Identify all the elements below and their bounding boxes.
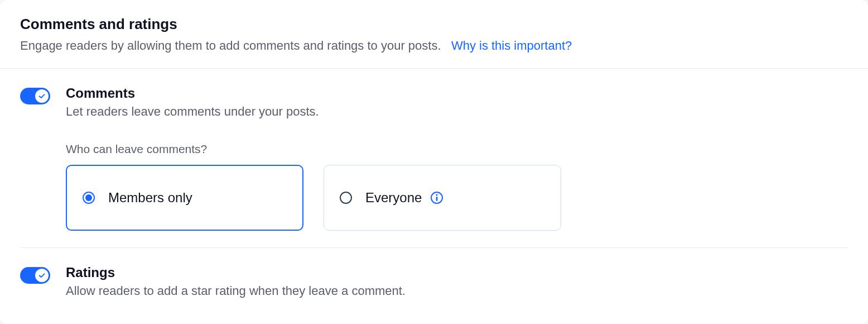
toggle-knob xyxy=(35,89,49,103)
who-can-comment-options: Members only Everyone xyxy=(66,165,848,231)
section-subtitle-text: Engage readers by allowing them to add c… xyxy=(20,39,441,53)
comments-body: Comments Let readers leave comments unde… xyxy=(66,85,848,231)
check-icon xyxy=(38,271,46,279)
comments-title: Comments xyxy=(66,85,848,101)
radio-selected-icon xyxy=(83,192,95,204)
section-header: Comments and ratings Engage readers by a… xyxy=(0,0,868,69)
option-members-only[interactable]: Members only xyxy=(66,165,303,231)
why-important-link[interactable]: Why is this important? xyxy=(451,39,572,53)
svg-point-0 xyxy=(436,194,438,196)
who-can-comment-field: Who can leave comments? Members only Eve… xyxy=(66,142,848,231)
comments-desc: Let readers leave comments under your po… xyxy=(66,104,848,119)
svg-rect-1 xyxy=(436,197,438,201)
toggle-knob xyxy=(35,269,49,282)
option-everyone-label: Everyone xyxy=(365,190,422,206)
ratings-toggle[interactable] xyxy=(20,267,50,284)
info-icon[interactable] xyxy=(431,192,443,204)
comments-block: Comments Let readers leave comments unde… xyxy=(0,69,868,247)
section-subtitle: Engage readers by allowing them to add c… xyxy=(20,37,848,55)
who-can-comment-label: Who can leave comments? xyxy=(66,142,848,156)
ratings-block: Ratings Allow readers to add a star rati… xyxy=(0,248,868,315)
option-everyone[interactable]: Everyone xyxy=(324,165,561,231)
option-members-label: Members only xyxy=(108,190,192,206)
radio-unselected-icon xyxy=(340,192,352,204)
section-title: Comments and ratings xyxy=(20,16,848,33)
check-icon xyxy=(38,92,46,100)
ratings-title: Ratings xyxy=(66,265,848,280)
ratings-desc: Allow readers to add a star rating when … xyxy=(66,284,848,298)
option-everyone-label-wrap: Everyone xyxy=(365,190,443,206)
ratings-body: Ratings Allow readers to add a star rati… xyxy=(66,265,848,298)
comments-toggle[interactable] xyxy=(20,88,50,104)
comments-and-ratings-card: Comments and ratings Engage readers by a… xyxy=(0,0,868,324)
